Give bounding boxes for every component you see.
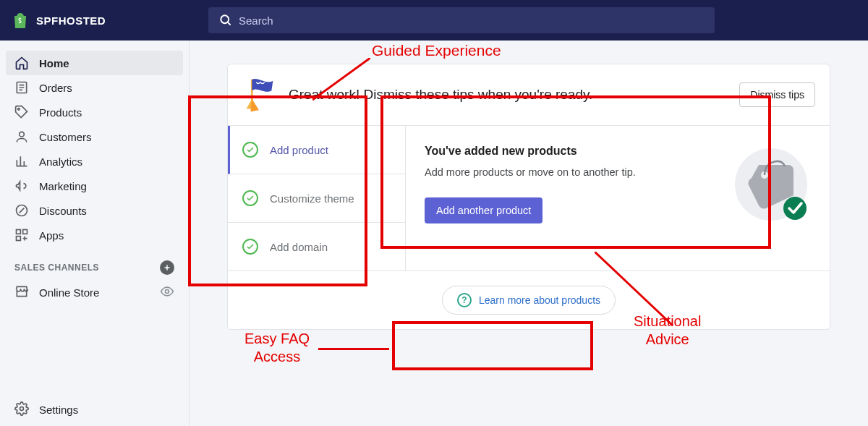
channel-label: Online Store — [39, 286, 99, 299]
gear-icon — [14, 401, 29, 418]
guide-item-customize-theme[interactable]: Customize theme — [228, 174, 405, 223]
nav-label: Analytics — [39, 156, 82, 168]
setup-card: Great work! Dismiss these tips when you'… — [227, 64, 830, 330]
search-input[interactable] — [208, 7, 715, 33]
sidebar: Home Orders Products Customers Analytics… — [0, 41, 190, 426]
dismiss-tips-button[interactable]: Dismiss tips — [739, 82, 815, 107]
svg-point-0 — [221, 15, 229, 23]
nav-label: Orders — [39, 82, 72, 94]
svg-rect-7 — [23, 230, 27, 234]
svg-point-9 — [166, 290, 169, 294]
svg-point-4 — [20, 132, 25, 137]
megaphone-icon — [14, 179, 29, 193]
nav-settings[interactable]: Settings — [6, 396, 183, 423]
flag-icon — [238, 74, 280, 115]
discount-icon — [14, 203, 29, 218]
channel-online-store[interactable]: Online Store — [6, 279, 183, 306]
nav-marketing[interactable]: Marketing — [6, 174, 183, 198]
shopify-bag-icon — [12, 12, 29, 29]
guide-detail: You've added new products Add more produ… — [406, 126, 830, 270]
nav-label: Home — [39, 57, 69, 69]
settings-label: Settings — [39, 404, 78, 416]
annotation-line — [312, 58, 370, 101]
checkmark-icon — [242, 142, 258, 158]
nav-discounts[interactable]: Discounts — [6, 198, 183, 223]
nav-products[interactable]: Products — [6, 100, 183, 124]
search-icon — [218, 13, 233, 27]
svg-marker-12 — [250, 99, 259, 111]
main-content: Great work! Dismiss these tips when you'… — [190, 41, 868, 426]
channels-head-label: SALES CHANNELS — [14, 263, 99, 273]
guide-item-add-domain[interactable]: Add domain — [228, 223, 405, 270]
svg-line-17 — [595, 252, 673, 325]
annotation-guided: Guided Experience — [372, 42, 501, 59]
annotation-faq: Easy FAQ Access — [244, 330, 310, 366]
add-channel-button[interactable] — [160, 260, 174, 275]
guide-list: Add product Customize theme Add domain — [228, 126, 406, 270]
nav-orders[interactable]: Orders — [6, 75, 183, 100]
guide-label: Customize theme — [270, 192, 354, 205]
nav-customers[interactable]: Customers — [6, 124, 183, 149]
orders-icon — [14, 80, 29, 95]
svg-rect-6 — [17, 230, 21, 234]
svg-rect-8 — [17, 237, 21, 241]
analytics-icon — [14, 154, 29, 169]
checkmark-icon — [242, 239, 258, 255]
apps-icon — [14, 228, 29, 242]
user-icon — [14, 129, 29, 144]
store-icon — [14, 284, 29, 301]
add-another-product-button[interactable]: Add another product — [425, 197, 542, 223]
search-wrap — [208, 7, 715, 33]
nav-label: Products — [39, 106, 82, 119]
learn-more-label: Learn more about products — [479, 294, 600, 306]
home-icon — [14, 56, 29, 70]
nav-label: Apps — [39, 229, 64, 242]
guide-label: Add domain — [270, 241, 328, 253]
checkmark-icon — [242, 190, 258, 206]
tag-icon — [14, 105, 29, 119]
detail-text: You've added new products Add more produ… — [425, 145, 717, 252]
nav-label: Discounts — [39, 205, 87, 217]
card-body: Add product Customize theme Add domain Y… — [228, 126, 830, 270]
guide-label: Add product — [270, 144, 328, 156]
detail-description: Add more products or move on to another … — [425, 165, 717, 180]
svg-point-10 — [20, 407, 24, 411]
svg-line-1 — [228, 22, 231, 25]
svg-line-16 — [312, 58, 370, 100]
sales-channels-heading: SALES CHANNELS — [6, 247, 183, 279]
svg-point-15 — [783, 197, 807, 220]
nav-apps[interactable]: Apps — [6, 223, 183, 247]
product-tag-illustration — [731, 145, 811, 224]
nav-label: Marketing — [39, 180, 87, 192]
nav-label: Customers — [39, 131, 92, 143]
guide-item-add-product[interactable]: Add product — [228, 126, 405, 174]
annotation-line — [595, 252, 674, 327]
brand-label: SPFHOSTED — [36, 14, 106, 27]
brand-wrap[interactable]: SPFHOSTED — [12, 12, 208, 29]
detail-title: You've added new products — [425, 145, 717, 158]
learn-more-link[interactable]: ? Learn more about products — [442, 286, 616, 315]
nav-home[interactable]: Home — [6, 51, 183, 75]
annotation-line — [318, 348, 389, 350]
card-footer: ? Learn more about products — [228, 270, 830, 329]
nav-analytics[interactable]: Analytics — [6, 149, 183, 174]
svg-point-3 — [18, 108, 20, 111]
top-bar: SPFHOSTED — [0, 0, 868, 41]
eye-icon[interactable] — [160, 284, 174, 301]
question-icon: ? — [457, 293, 472, 307]
